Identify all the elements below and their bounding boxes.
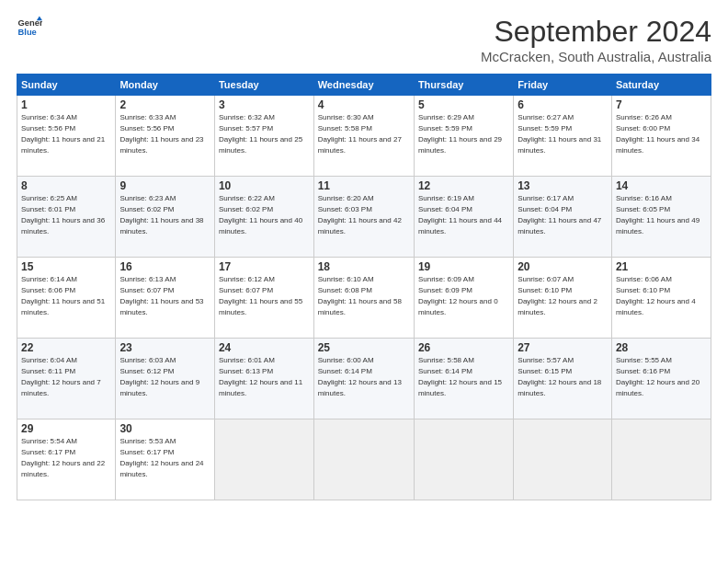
table-row: 1Sunrise: 6:34 AMSunset: 5:56 PMDaylight… [17, 96, 116, 177]
day-info: Sunrise: 6:22 AMSunset: 6:02 PMDaylight:… [219, 193, 310, 237]
table-row: 15Sunrise: 6:14 AMSunset: 6:06 PMDayligh… [17, 258, 116, 339]
day-number: 21 [616, 260, 707, 273]
day-number: 15 [21, 260, 111, 273]
day-number: 8 [21, 179, 111, 192]
calendar-week-2: 8Sunrise: 6:25 AMSunset: 6:01 PMDaylight… [17, 177, 711, 258]
day-info: Sunrise: 6:16 AMSunset: 6:05 PMDaylight:… [616, 193, 707, 237]
day-info: Sunrise: 5:55 AMSunset: 6:16 PMDaylight:… [616, 355, 707, 399]
table-row [214, 419, 313, 500]
header-wednesday: Wednesday [313, 75, 414, 96]
header-monday: Monday [116, 75, 215, 96]
day-info: Sunrise: 6:07 AMSunset: 6:10 PMDaylight:… [518, 274, 608, 318]
table-row: 5Sunrise: 6:29 AMSunset: 5:59 PMDaylight… [414, 96, 513, 177]
table-row: 20Sunrise: 6:07 AMSunset: 6:10 PMDayligh… [514, 258, 612, 339]
table-row: 9Sunrise: 6:23 AMSunset: 6:02 PMDaylight… [116, 177, 215, 258]
day-number: 11 [318, 179, 410, 192]
day-number: 22 [21, 341, 111, 354]
day-info: Sunrise: 6:20 AMSunset: 6:03 PMDaylight:… [318, 193, 410, 237]
day-info: Sunrise: 6:13 AMSunset: 6:07 PMDaylight:… [119, 274, 210, 318]
table-row: 12Sunrise: 6:19 AMSunset: 6:04 PMDayligh… [414, 177, 513, 258]
day-number: 5 [418, 98, 509, 111]
table-row: 14Sunrise: 6:16 AMSunset: 6:05 PMDayligh… [611, 177, 711, 258]
table-row [313, 419, 414, 500]
day-info: Sunrise: 6:09 AMSunset: 6:09 PMDaylight:… [418, 274, 509, 318]
header-sunday: Sunday [17, 75, 116, 96]
table-row: 25Sunrise: 6:00 AMSunset: 6:14 PMDayligh… [313, 339, 414, 419]
day-number: 16 [119, 260, 210, 273]
table-row: 17Sunrise: 6:12 AMSunset: 6:07 PMDayligh… [214, 258, 313, 339]
day-info: Sunrise: 6:12 AMSunset: 6:07 PMDaylight:… [219, 274, 310, 318]
day-info: Sunrise: 5:58 AMSunset: 6:14 PMDaylight:… [418, 355, 509, 399]
day-number: 10 [219, 179, 310, 192]
day-number: 30 [119, 422, 210, 435]
svg-text:Blue: Blue [18, 28, 37, 37]
day-info: Sunrise: 6:34 AMSunset: 5:56 PMDaylight:… [21, 112, 111, 156]
day-number: 4 [318, 98, 410, 111]
table-row: 2Sunrise: 6:33 AMSunset: 5:56 PMDaylight… [116, 96, 215, 177]
table-row: 10Sunrise: 6:22 AMSunset: 6:02 PMDayligh… [214, 177, 313, 258]
table-row: 27Sunrise: 5:57 AMSunset: 6:15 PMDayligh… [514, 339, 612, 419]
day-number: 7 [616, 98, 707, 111]
day-info: Sunrise: 6:27 AMSunset: 5:59 PMDaylight:… [518, 112, 608, 156]
header: General Blue September 2024 McCracken, S… [17, 15, 711, 64]
day-number: 28 [616, 341, 707, 354]
day-info: Sunrise: 6:00 AMSunset: 6:14 PMDaylight:… [318, 355, 410, 399]
table-row: 6Sunrise: 6:27 AMSunset: 5:59 PMDaylight… [514, 96, 612, 177]
day-info: Sunrise: 6:17 AMSunset: 6:04 PMDaylight:… [518, 193, 608, 237]
logo: General Blue [17, 15, 42, 40]
day-info: Sunrise: 6:25 AMSunset: 6:01 PMDaylight:… [21, 193, 111, 237]
day-info: Sunrise: 6:03 AMSunset: 6:12 PMDaylight:… [119, 355, 210, 399]
day-number: 14 [616, 179, 707, 192]
day-info: Sunrise: 5:54 AMSunset: 6:17 PMDaylight:… [21, 436, 111, 480]
day-info: Sunrise: 5:57 AMSunset: 6:15 PMDaylight:… [518, 355, 608, 399]
day-number: 24 [219, 341, 310, 354]
day-number: 27 [518, 341, 608, 354]
day-number: 2 [119, 98, 210, 111]
table-row [611, 419, 711, 500]
table-row: 16Sunrise: 6:13 AMSunset: 6:07 PMDayligh… [116, 258, 215, 339]
table-row: 11Sunrise: 6:20 AMSunset: 6:03 PMDayligh… [313, 177, 414, 258]
header-friday: Friday [514, 75, 612, 96]
logo-icon: General Blue [17, 15, 42, 40]
day-info: Sunrise: 5:53 AMSunset: 6:17 PMDaylight:… [119, 436, 210, 480]
day-number: 19 [418, 260, 509, 273]
header-tuesday: Tuesday [214, 75, 313, 96]
day-number: 18 [318, 260, 410, 273]
day-number: 26 [418, 341, 509, 354]
table-row: 19Sunrise: 6:09 AMSunset: 6:09 PMDayligh… [414, 258, 513, 339]
calendar-header-row: Sunday Monday Tuesday Wednesday Thursday… [17, 75, 711, 96]
table-row: 3Sunrise: 6:32 AMSunset: 5:57 PMDaylight… [214, 96, 313, 177]
day-number: 1 [21, 98, 111, 111]
table-row: 21Sunrise: 6:06 AMSunset: 6:10 PMDayligh… [611, 258, 711, 339]
day-number: 29 [21, 422, 111, 435]
day-info: Sunrise: 6:30 AMSunset: 5:58 PMDaylight:… [318, 112, 410, 156]
calendar-week-1: 1Sunrise: 6:34 AMSunset: 5:56 PMDaylight… [17, 96, 711, 177]
day-info: Sunrise: 6:04 AMSunset: 6:11 PMDaylight:… [21, 355, 111, 399]
day-info: Sunrise: 6:14 AMSunset: 6:06 PMDaylight:… [21, 274, 111, 318]
month-title: September 2024 [481, 15, 711, 49]
day-info: Sunrise: 6:06 AMSunset: 6:10 PMDaylight:… [616, 274, 707, 318]
title-block: September 2024 McCracken, South Australi… [481, 15, 711, 64]
day-number: 20 [518, 260, 608, 273]
table-row: 29Sunrise: 5:54 AMSunset: 6:17 PMDayligh… [17, 419, 116, 500]
day-number: 13 [518, 179, 608, 192]
table-row: 7Sunrise: 6:26 AMSunset: 6:00 PMDaylight… [611, 96, 711, 177]
day-info: Sunrise: 6:32 AMSunset: 5:57 PMDaylight:… [219, 112, 310, 156]
table-row: 4Sunrise: 6:30 AMSunset: 5:58 PMDaylight… [313, 96, 414, 177]
day-info: Sunrise: 6:33 AMSunset: 5:56 PMDaylight:… [119, 112, 210, 156]
table-row: 8Sunrise: 6:25 AMSunset: 6:01 PMDaylight… [17, 177, 116, 258]
table-row: 26Sunrise: 5:58 AMSunset: 6:14 PMDayligh… [414, 339, 513, 419]
subtitle: McCracken, South Australia, Australia [481, 49, 711, 64]
day-info: Sunrise: 6:23 AMSunset: 6:02 PMDaylight:… [119, 193, 210, 237]
page: General Blue September 2024 McCracken, S… [0, 0, 728, 563]
header-saturday: Saturday [611, 75, 711, 96]
day-info: Sunrise: 6:19 AMSunset: 6:04 PMDaylight:… [418, 193, 509, 237]
table-row [514, 419, 612, 500]
day-info: Sunrise: 6:26 AMSunset: 6:00 PMDaylight:… [616, 112, 707, 156]
table-row: 22Sunrise: 6:04 AMSunset: 6:11 PMDayligh… [17, 339, 116, 419]
calendar-table: Sunday Monday Tuesday Wednesday Thursday… [17, 74, 711, 500]
calendar-week-3: 15Sunrise: 6:14 AMSunset: 6:06 PMDayligh… [17, 258, 711, 339]
header-thursday: Thursday [414, 75, 513, 96]
day-info: Sunrise: 6:01 AMSunset: 6:13 PMDaylight:… [219, 355, 310, 399]
day-number: 17 [219, 260, 310, 273]
